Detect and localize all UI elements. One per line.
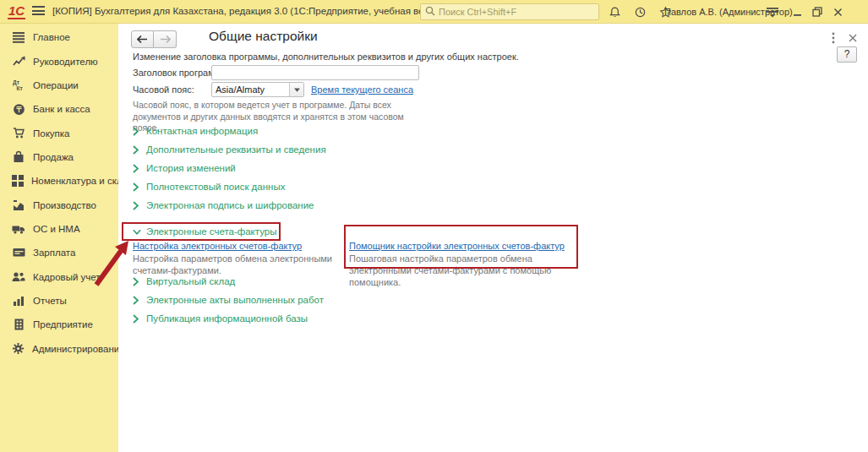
forward-button[interactable]	[154, 30, 177, 48]
bar-chart-icon	[12, 294, 25, 308]
global-search[interactable]	[420, 3, 599, 20]
close-icon[interactable]	[829, 3, 846, 20]
sidebar-item-kadrovyj-uchet[interactable]: Кадровый учет	[0, 264, 118, 288]
section-elektronnaya-podpis[interactable]: Электронная подпись и шифрование	[133, 200, 314, 210]
minimize-icon[interactable]	[789, 3, 805, 20]
page-title: Общие настройки	[209, 29, 318, 44]
program-title-input[interactable]	[211, 65, 419, 80]
people-icon	[12, 270, 25, 284]
more-menu-icon[interactable]	[827, 30, 840, 46]
help-button[interactable]: ?	[837, 46, 857, 63]
service-menu-icon[interactable]	[765, 4, 780, 19]
general-settings-panel: Общие настройки Изменение заголовка прог…	[118, 24, 868, 452]
sidebar-item-otchety[interactable]: Отчеты	[0, 289, 118, 313]
notifications-bell-icon[interactable]	[607, 4, 622, 19]
chevron-right-icon	[133, 296, 141, 304]
esf-settings-link[interactable]: Настройка электронных счетов-фактур	[133, 241, 302, 251]
chevron-right-icon	[133, 182, 141, 191]
restore-icon[interactable]	[809, 3, 826, 20]
history-icon[interactable]	[632, 4, 647, 19]
coin-icon	[12, 102, 25, 116]
section-elektronnye-akty[interactable]: Электронные акты выполненных работ	[133, 295, 324, 305]
sidebar-item-bank-i-kassa[interactable]: Банк и касса	[0, 97, 118, 121]
titlebar: 1С [КОПИЯ] Бухгалтерия для Казахстана, р…	[0, 0, 868, 24]
section-publikaciya-bazy[interactable]: Публикация информационной базы	[133, 313, 308, 324]
bag-icon	[12, 150, 25, 164]
chevron-right-icon	[133, 145, 141, 154]
section-polnotekstovyj-poisk[interactable]: Полнотекстовый поиск данных	[133, 182, 285, 192]
section-dopolnitelnye-rekvizity[interactable]: Дополнительные реквизиты и сведения	[133, 144, 326, 155]
timezone-value: Asia/Almaty	[212, 83, 289, 96]
sidebar-item-glavnoe[interactable]: Главное	[0, 25, 118, 49]
back-button[interactable]	[131, 30, 154, 48]
grid-icon	[12, 174, 24, 188]
section-virtualnyj-sklad[interactable]: Виртуальный склад	[133, 276, 235, 286]
sidebar-item-rukovoditelyu[interactable]: Руководителю	[0, 49, 118, 73]
chevron-right-icon	[133, 127, 141, 135]
app-title: [КОПИЯ] Бухгалтерия для Казахстана, реда…	[52, 6, 448, 16]
section-kontaktnaya-informaciya[interactable]: Контактная информация	[133, 126, 258, 136]
debit-credit-icon: ДтКт	[12, 79, 25, 92]
section-istoriya-izmenenij[interactable]: История изменений	[133, 163, 236, 173]
main-menu-icon[interactable]	[32, 6, 45, 17]
sidebar-item-operacii[interactable]: ДтКт Операции	[0, 74, 118, 97]
card-icon	[12, 246, 25, 259]
truck-icon	[12, 222, 25, 236]
sidebar-nav: Главное Руководителю ДтКт Операции Банк …	[0, 24, 118, 452]
esf-assistant-link[interactable]: Помощник настройки электронных счетов-фа…	[349, 241, 565, 251]
chevron-down-icon[interactable]	[289, 83, 303, 96]
building-icon	[12, 318, 25, 331]
gear-icon	[12, 342, 25, 356]
sidebar-item-nomenklatura-i-sklad[interactable]: Номенклатура и склад	[0, 169, 118, 193]
esf-settings-description: Настройка параметров обмена электронными…	[133, 253, 361, 277]
section-elektronnye-scheta-faktury[interactable]: Электронные счета-фактуры	[133, 226, 276, 237]
chevron-down-icon	[133, 227, 141, 236]
chevron-right-icon	[133, 277, 141, 286]
timezone-select[interactable]: Asia/Almaty	[211, 82, 304, 97]
sidebar-item-prodazha[interactable]: Продажа	[0, 145, 118, 169]
trend-chart-icon	[12, 55, 25, 68]
1c-logo-icon: 1С	[8, 3, 25, 19]
sidebar-item-proizvodstvo[interactable]: Производство	[0, 193, 118, 216]
chevron-right-icon	[133, 201, 141, 210]
sidebar-item-predpriyatie[interactable]: Предприятие	[0, 313, 118, 336]
cart-icon	[12, 127, 25, 140]
chevron-right-icon	[133, 164, 141, 172]
timezone-label: Часовой пояс:	[133, 84, 194, 95]
panel-close-icon[interactable]	[846, 30, 860, 46]
history-nav	[131, 30, 177, 48]
sidebar-item-zarplata[interactable]: Зарплата	[0, 241, 118, 264]
esf-assistant-description: Пошаговая настройка параметров обмена эл…	[349, 253, 577, 288]
sidebar-item-pokupka[interactable]: Покупка	[0, 121, 118, 144]
search-input[interactable]	[439, 7, 591, 17]
search-icon	[425, 6, 435, 18]
sidebar-item-os-i-nma[interactable]: ОС и НМА	[0, 217, 118, 241]
chevron-right-icon	[133, 314, 141, 323]
menu-icon	[12, 30, 25, 44]
production-icon	[12, 199, 25, 212]
page-subtitle: Изменение заголовка программы, дополните…	[133, 52, 519, 62]
sidebar-item-administrirovanie[interactable]: Администрирование	[0, 336, 118, 360]
session-time-link[interactable]: Время текущего сеанса	[311, 84, 413, 95]
svg-text:Кт: Кт	[16, 85, 22, 91]
